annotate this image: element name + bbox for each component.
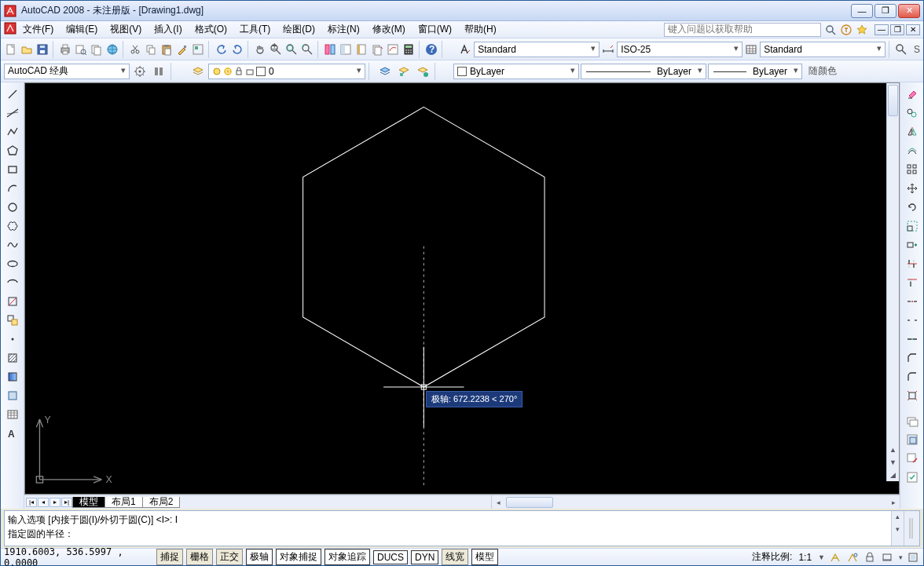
dim-style-combo[interactable]: ISO-25 — [617, 42, 742, 57]
move-icon[interactable] — [904, 180, 921, 197]
sheet-set-icon[interactable] — [370, 41, 384, 58]
markup-icon[interactable] — [386, 41, 400, 58]
xline-icon[interactable] — [4, 104, 21, 122]
rotate-icon[interactable] — [904, 199, 921, 216]
tab-nav-last[interactable]: ▸| — [61, 498, 72, 507]
layer-manager-icon[interactable] — [189, 63, 207, 80]
mtext-icon[interactable]: A — [4, 425, 21, 442]
app-menu-icon[interactable] — [4, 22, 16, 37]
lineweight-combo[interactable]: ByLayer — [708, 64, 802, 79]
cut-icon[interactable] — [128, 41, 142, 58]
layer-states-icon[interactable] — [376, 63, 394, 80]
menu-help[interactable]: 帮助(H) — [458, 21, 503, 38]
horizontal-scrollbar[interactable]: ◂▸ — [491, 495, 900, 509]
save-icon[interactable] — [35, 41, 50, 58]
dimstyle-icon[interactable] — [601, 41, 615, 58]
break-icon[interactable] — [904, 312, 921, 329]
point-icon[interactable] — [4, 330, 21, 348]
cmd-resize-handle[interactable] — [904, 511, 919, 546]
table-icon[interactable] — [4, 406, 21, 423]
find-icon[interactable] — [894, 41, 908, 58]
tab-model[interactable]: 模型 — [72, 497, 105, 508]
revcloud-icon[interactable] — [4, 217, 21, 235]
break-point-icon[interactable] — [904, 293, 921, 310]
clean-screen-icon[interactable] — [906, 550, 920, 564]
erase-icon[interactable] — [904, 86, 921, 103]
textstyle-icon[interactable] — [458, 41, 472, 58]
command-line[interactable]: 输入选项 [内接于圆(I)/外切于圆(C)] <I>: I 指定圆的半径： ▴▾ — [4, 510, 920, 546]
menu-insert[interactable]: 插入(I) — [148, 21, 188, 38]
pan-icon[interactable] — [253, 41, 267, 58]
star-icon[interactable] — [856, 24, 868, 36]
spline-icon[interactable] — [4, 236, 21, 254]
anno-visibility-icon[interactable] — [828, 550, 842, 564]
doc-close-button[interactable]: ✕ — [906, 24, 920, 35]
ref-attach-icon[interactable] — [904, 412, 921, 429]
new-icon[interactable] — [4, 41, 18, 58]
match-prop-icon[interactable] — [175, 41, 189, 58]
color-combo[interactable]: ByLayer — [453, 64, 579, 79]
copy-icon[interactable] — [144, 41, 158, 58]
layer-prev-icon[interactable] — [395, 63, 412, 80]
publish-icon[interactable] — [90, 41, 104, 58]
menu-dimension[interactable]: 标注(N) — [321, 21, 366, 38]
menu-modify[interactable]: 修改(M) — [366, 21, 412, 38]
status-tray-icon[interactable] — [880, 550, 894, 564]
array-icon[interactable] — [904, 161, 921, 178]
menu-draw[interactable]: 绘图(D) — [277, 21, 321, 38]
workspace-save-icon[interactable] — [150, 63, 167, 80]
vertical-scrollbar[interactable]: ▲ ▼ ◢ — [886, 83, 899, 481]
make-block-icon[interactable] — [4, 312, 21, 329]
plot-preview-icon[interactable] — [74, 41, 88, 58]
menu-format[interactable]: 格式(O) — [189, 21, 233, 38]
linetype-combo[interactable]: ByLayer — [581, 64, 706, 79]
layer-iso-icon[interactable] — [414, 63, 431, 80]
copy-obj-icon[interactable] — [904, 104, 921, 122]
gradient-icon[interactable] — [4, 368, 21, 385]
zoom-previous-icon[interactable] — [300, 41, 314, 58]
toggle-model[interactable]: 模型 — [471, 549, 498, 565]
quickcalc-icon[interactable] — [402, 41, 416, 58]
tool-palettes-icon[interactable] — [354, 41, 368, 58]
toggle-snap[interactable]: 捕捉 — [156, 549, 183, 565]
extend-icon[interactable] — [904, 274, 921, 291]
toggle-grid[interactable]: 栅格 — [186, 549, 213, 565]
cmd-scrollbar[interactable]: ▴▾ — [891, 511, 904, 546]
ellipse-arc-icon[interactable] — [4, 274, 21, 291]
anno-autoscale-icon[interactable] — [845, 550, 860, 564]
polygon-icon[interactable] — [4, 142, 21, 159]
workspace-combo[interactable]: AutoCAD 经典 — [4, 64, 130, 79]
refclose-icon[interactable] — [904, 469, 921, 486]
zoom-window-icon[interactable] — [284, 41, 299, 58]
ref-clip-icon[interactable] — [904, 431, 921, 448]
drawing-canvas[interactable]: Y X 极轴: 672.2238 < 270° ▲ ▼ ◢ — [24, 82, 900, 495]
join-icon[interactable] — [904, 330, 921, 348]
design-center-icon[interactable] — [339, 41, 353, 58]
insert-block-icon[interactable] — [4, 293, 21, 310]
toggle-ortho[interactable]: 正交 — [216, 549, 243, 565]
explode-icon[interactable] — [904, 387, 921, 404]
menu-tools[interactable]: 工具(T) — [233, 21, 277, 38]
rectangle-icon[interactable] — [4, 161, 21, 178]
tablestyle-icon[interactable] — [744, 41, 758, 58]
circle-icon[interactable] — [4, 199, 21, 216]
toggle-ducs[interactable]: DUCS — [373, 550, 408, 564]
search-icon[interactable] — [824, 24, 837, 36]
undo-icon[interactable] — [214, 41, 229, 58]
zoom-realtime-icon[interactable]: ± — [269, 41, 283, 58]
status-lock-icon[interactable] — [863, 550, 877, 564]
polyline-icon[interactable] — [4, 123, 21, 141]
minimize-button[interactable]: — — [851, 4, 873, 18]
menu-file[interactable]: 文件(F) — [16, 21, 60, 38]
block-editor-icon[interactable] — [191, 41, 205, 58]
help-search-input[interactable]: 键入问题以获取帮助 — [664, 23, 821, 37]
info-icon[interactable] — [840, 24, 852, 36]
maximize-button[interactable]: ❐ — [874, 4, 896, 18]
tab-layout1[interactable]: 布局1 — [104, 497, 143, 508]
line-icon[interactable] — [4, 86, 21, 103]
chamfer-icon[interactable] — [904, 349, 921, 367]
tab-nav-first[interactable]: |◂ — [26, 498, 37, 507]
open-icon[interactable] — [20, 41, 34, 58]
anno-scale-value[interactable]: 1:1 — [798, 552, 812, 563]
tab-nav-prev[interactable]: ◂ — [38, 498, 49, 507]
